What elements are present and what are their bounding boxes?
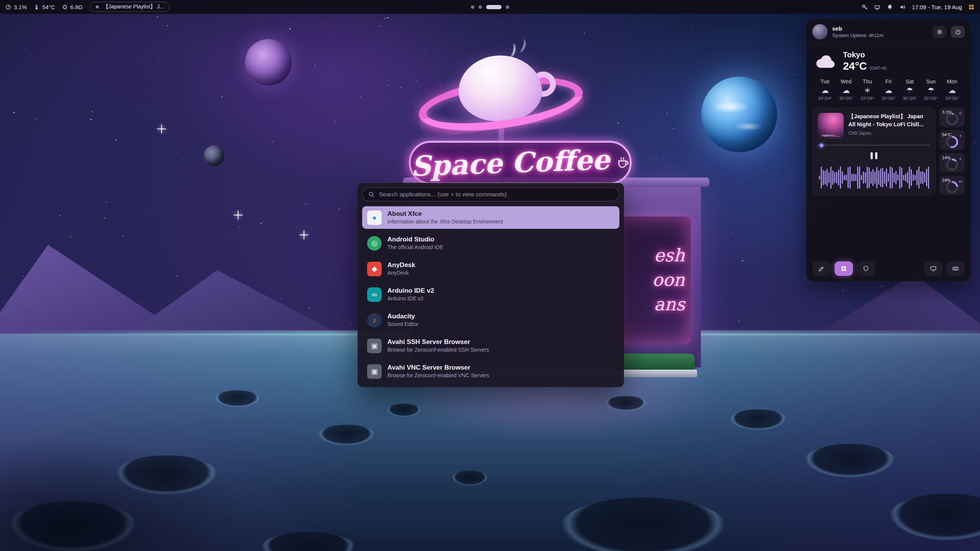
app-description: Information about the Xfce Desktop Envir…: [387, 218, 503, 225]
temperature: 54°C: [34, 4, 55, 10]
forecast-day: Wed ☁ 35°/25°: [836, 78, 856, 101]
network-device-icon[interactable]: [874, 4, 880, 10]
forecast-day-label: Sun: [921, 78, 941, 85]
neon-sign-text: Space Coffee: [410, 143, 610, 182]
forecast-day-label: Thu: [857, 78, 878, 85]
weather-timezone: (GMT+9): [870, 66, 887, 70]
forecast-day: Thu ☀ 33°/26°: [857, 78, 878, 101]
track-progress-bar[interactable]: [818, 145, 930, 146]
launcher-item-audacity[interactable]: ♪ Audacity Sound Editor: [362, 309, 619, 331]
forecast-day: Sat ☂ 36°/26°: [899, 78, 920, 101]
forecast-day-label: Wed: [836, 78, 856, 85]
app-icon: ∞: [367, 287, 382, 302]
crater: [605, 396, 647, 411]
app-launcher: ● About Xfce Information about the Xfce …: [358, 183, 624, 387]
username: seb: [832, 25, 928, 32]
pause-icon: [95, 5, 100, 9]
crater: [804, 444, 896, 478]
memory-chip-icon: [62, 4, 68, 10]
apps-button[interactable]: [835, 261, 853, 276]
small-moon: [204, 145, 224, 166]
edit-button[interactable]: [812, 261, 831, 276]
stat-gauge-memory: 24%: [939, 176, 965, 195]
track-title-line2: All Night - Tokyo LoFi Chill...: [848, 121, 923, 128]
launcher-item-anydesk[interactable]: ◆ AnyDesk AnyDesk: [362, 258, 619, 280]
launcher-item-android-studio[interactable]: ◎ Android Studio The official Android ID…: [362, 232, 619, 254]
forecast-temps: 33°/26°: [857, 96, 878, 101]
progress-handle[interactable]: [820, 143, 823, 147]
crater: [452, 471, 488, 486]
app-icon: ◆: [367, 262, 382, 276]
weather-condition-icon: ☁: [878, 86, 899, 94]
power-button[interactable]: [951, 26, 965, 38]
crater: [387, 404, 421, 417]
quick-actions: [812, 261, 965, 276]
pause-bar: [875, 152, 877, 159]
saturn-coffee-cup: [417, 52, 586, 151]
app-icon: ●: [367, 210, 382, 225]
topbar-left: 3.1% 54°C 6.8G 【Japanese Playlist】 J...: [5, 2, 170, 12]
forecast-temps: 33°/26°: [921, 96, 941, 101]
album-art-text: TOKYO L...: [819, 134, 843, 137]
crater: [318, 425, 375, 446]
notifications-bell-icon[interactable]: [887, 4, 893, 10]
app-title: About Xfce: [387, 210, 503, 218]
crater: [729, 409, 787, 430]
star-sparkle: [303, 234, 305, 236]
forecast-day-label: Mon: [942, 78, 962, 85]
clock[interactable]: 17:09 - Tue, 19 Aug: [912, 4, 962, 10]
pencil-icon: [818, 265, 825, 272]
volume-icon[interactable]: [899, 4, 906, 10]
workspace-active-pill[interactable]: [486, 5, 501, 9]
now-playing-pill[interactable]: 【Japanese Playlist】 J...: [90, 2, 170, 12]
bolt-icon: [959, 134, 962, 138]
app-description: Browse for Zeroconf-enabled VNC Servers: [387, 372, 489, 379]
workspace-dot[interactable]: [506, 5, 509, 9]
stat-gauge-cpu: 3.1%: [939, 108, 965, 127]
stat-ring: [946, 158, 958, 171]
security-button[interactable]: [857, 261, 875, 276]
app-title: AnyDesk: [387, 261, 415, 269]
stat-ring: [946, 181, 958, 193]
forecast-temps: 33°/24°: [815, 96, 835, 101]
app-icon: ♪: [367, 313, 382, 328]
display-button[interactable]: [924, 261, 942, 276]
app-title: Avahi VNC Server Browser: [387, 364, 489, 372]
vpn-key-icon[interactable]: [861, 4, 868, 10]
neon-sign: Space Coffee: [409, 141, 632, 184]
gear-icon: [936, 29, 943, 35]
app-icon: ▣: [367, 364, 382, 379]
workspace-indicator[interactable]: [471, 0, 509, 14]
settings-button[interactable]: [933, 26, 946, 38]
workspace-dot[interactable]: [479, 5, 482, 9]
thermometer-icon: [34, 4, 39, 10]
app-description: AnyDesk: [387, 270, 415, 276]
search-input[interactable]: [379, 191, 613, 198]
star-sparkle: [161, 128, 162, 130]
weather-city: Tokyo: [843, 51, 887, 59]
window-neon-text: esh: [654, 244, 685, 267]
pause-button[interactable]: [867, 150, 881, 161]
weather-condition-icon: ☂: [921, 86, 941, 94]
weather-condition-icon: ☀: [857, 86, 878, 94]
weather-condition-icon: ☁: [815, 86, 835, 94]
cloud-icon: [815, 53, 837, 70]
search-box[interactable]: [362, 187, 619, 201]
search-icon: [368, 191, 375, 198]
cpu-usage-value: 3.1%: [14, 4, 27, 10]
launcher-item-avahi-vnc[interactable]: ▣ Avahi VNC Server Browser Browse for Ze…: [362, 360, 619, 383]
stat-ring: [946, 136, 958, 148]
app-grid-icon[interactable]: [968, 4, 975, 10]
keyboard-icon: [952, 265, 959, 272]
cpu-gauge-icon: [5, 4, 11, 10]
pause-bar: [871, 152, 873, 159]
launcher-item-avahi-ssh[interactable]: ▣ Avahi SSH Server Browser Browse for Ze…: [362, 334, 619, 357]
workspace-dot[interactable]: [471, 5, 474, 9]
launcher-item-about-xfce[interactable]: ● About Xfce Information about the Xfce …: [362, 206, 619, 229]
keyboard-button[interactable]: [946, 261, 965, 276]
album-art: TOKYO L...: [818, 113, 844, 139]
track-subtitle: Chill Japan.: [848, 130, 923, 136]
launcher-item-arduino-ide[interactable]: ∞ Arduino IDE v2 Arduino IDE v2: [362, 283, 619, 306]
power-icon: [955, 29, 961, 35]
forecast-temps: 36°/26°: [899, 96, 920, 101]
